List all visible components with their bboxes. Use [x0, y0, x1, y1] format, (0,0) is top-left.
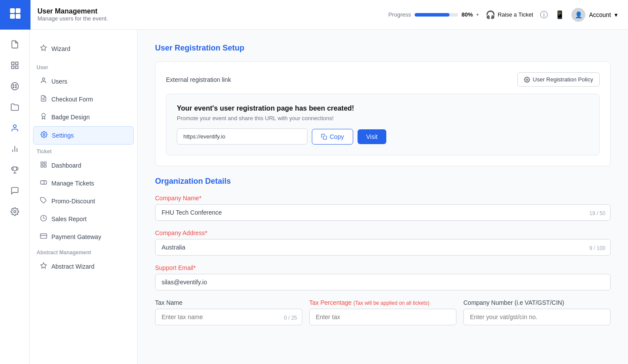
checkout-form-label: Checkout Form: [51, 96, 93, 103]
tax-name-count: 0 / 25: [284, 315, 297, 321]
sidebar-item-abstract-wizard[interactable]: Abstract Wizard: [33, 258, 134, 275]
logo[interactable]: [0, 0, 30, 30]
visit-button[interactable]: Visit: [358, 129, 386, 144]
mobile-icon[interactable]: 📱: [555, 10, 564, 20]
logo-icon: [9, 7, 21, 22]
company-number-input[interactable]: [463, 309, 611, 325]
page-title: User Registration Setup: [155, 44, 611, 53]
sidebar-item-promo-discount[interactable]: Promo-Discount: [33, 192, 134, 210]
ticket-section-label: Ticket: [30, 145, 137, 156]
sidebar-icon-trophy[interactable]: [5, 160, 24, 179]
headphones-icon: 🎧: [486, 10, 495, 20]
svg-rect-25: [41, 162, 43, 164]
svg-rect-2: [10, 14, 15, 19]
payment-gateway-icon: [40, 233, 47, 241]
promo-label: Promo-Discount: [51, 198, 95, 205]
dashboard-icon: [40, 161, 47, 170]
tax-name-input[interactable]: [155, 309, 302, 325]
account-button[interactable]: 👤 Account ▾: [571, 8, 618, 22]
sidebar-icon-user[interactable]: [5, 118, 24, 138]
wizard-icon: [40, 44, 47, 53]
copy-label: Copy: [330, 133, 344, 140]
company-name-input[interactable]: [155, 204, 611, 221]
users-icon: [40, 77, 47, 86]
app-subtitle: Manage users for the event.: [37, 15, 388, 22]
manage-tickets-label: Manage Tickets: [51, 180, 94, 187]
sidebar-item-payment-gateway[interactable]: Payment Gateway: [33, 228, 134, 246]
sidebar-item-manage-tickets[interactable]: Manage Tickets: [33, 175, 134, 192]
sidebar-icon-folder[interactable]: [5, 98, 24, 117]
support-email-group: Support Email*: [155, 264, 611, 290]
svg-rect-33: [41, 234, 47, 239]
app-title: User Management: [37, 7, 388, 15]
company-name-wrap: 19 / 50: [155, 204, 611, 221]
support-email-input[interactable]: [155, 274, 611, 290]
sidebar-item-settings[interactable]: Settings: [33, 126, 134, 145]
badge-icon: [40, 113, 47, 121]
tax-percentage-col: Tax Percentage (Tax will be applied on a…: [309, 299, 456, 325]
info-icon[interactable]: ⓘ: [540, 10, 548, 20]
avatar: 👤: [571, 8, 585, 22]
org-details-section: Organization Details Company Name* 19 / …: [155, 177, 611, 325]
sidebar-item-dashboard[interactable]: Dashboard: [33, 157, 134, 174]
svg-point-9: [13, 84, 14, 86]
registration-card-title: Your event's user registration page has …: [177, 104, 589, 112]
sidebar-icon-palette[interactable]: [5, 77, 24, 96]
company-address-wrap: 9 / 100: [155, 239, 611, 256]
user-section-label: User: [30, 61, 137, 72]
sidebar-item-sales-report[interactable]: Sales Report: [33, 210, 134, 228]
checkout-form-icon: [40, 95, 47, 104]
tax-percentage-label: Tax Percentage (Tax will be applied on a…: [309, 299, 456, 306]
copy-icon: [321, 134, 327, 140]
sidebar-item-badge-design[interactable]: Badge Design: [33, 108, 134, 126]
registration-link-card: External registration link User Registra…: [155, 61, 611, 166]
settings-nav-label: Settings: [52, 132, 74, 139]
sales-report-label: Sales Report: [51, 216, 87, 222]
tax-percentage-input[interactable]: [309, 309, 456, 325]
promo-icon: [40, 197, 47, 206]
sidebar-icon-chat[interactable]: [5, 181, 24, 200]
svg-rect-37: [323, 136, 327, 139]
sidebar-icon-settings[interactable]: [5, 202, 24, 221]
svg-rect-0: [10, 8, 15, 13]
svg-marker-19: [41, 45, 46, 51]
tax-row: Tax Name 0 / 25 Tax Percentage (Tax will…: [155, 299, 611, 325]
raise-ticket-button[interactable]: 🎧 Raise a Ticket: [486, 10, 533, 20]
svg-rect-26: [44, 162, 46, 164]
company-name-count: 19 / 50: [589, 210, 605, 216]
svg-marker-35: [41, 263, 46, 268]
company-name-group: Company Name* 19 / 50: [155, 195, 611, 221]
svg-point-12: [15, 87, 17, 88]
tax-name-col: Tax Name 0 / 25: [155, 299, 302, 325]
company-address-input[interactable]: [155, 239, 611, 256]
account-caret: ▾: [614, 11, 618, 18]
tax-name-wrap: 0 / 25: [155, 309, 302, 325]
svg-point-13: [13, 125, 16, 128]
tax-name-label: Tax Name: [155, 299, 302, 306]
user-registration-policy-button[interactable]: User Registration Policy: [517, 72, 600, 87]
registration-info-card: Your event's user registration page has …: [166, 94, 600, 155]
company-address-group: Company Address* 9 / 100: [155, 229, 611, 256]
progress-bar: [415, 13, 458, 17]
copy-button[interactable]: Copy: [312, 129, 353, 145]
svg-point-11: [13, 87, 14, 88]
url-input[interactable]: [177, 128, 307, 145]
company-name-label: Company Name*: [155, 195, 611, 202]
icon-sidebar: [0, 30, 30, 364]
company-number-col: Company Number (i.e VAT/GST/CIN): [463, 299, 611, 325]
svg-rect-29: [41, 181, 46, 184]
abstract-wizard-label: Abstract Wizard: [51, 263, 95, 270]
sidebar-item-wizard[interactable]: Wizard: [33, 40, 134, 57]
svg-rect-27: [41, 165, 43, 167]
progress-caret[interactable]: ▾: [476, 12, 479, 17]
sidebar-icon-file[interactable]: [5, 35, 24, 54]
card-header-row: External registration link User Registra…: [166, 72, 600, 87]
sidebar-icon-chart[interactable]: [5, 139, 24, 158]
sidebar-icon-grid[interactable]: [5, 56, 24, 75]
sidebar-item-checkout-form[interactable]: Checkout Form: [33, 91, 134, 108]
company-number-label: Company Number (i.e VAT/GST/CIN): [463, 299, 611, 306]
sidebar-item-users[interactable]: Users: [33, 73, 134, 90]
topbar-right: Progress 80% ▾ 🎧 Raise a Ticket ⓘ 📱 👤 Ac…: [388, 8, 618, 22]
svg-point-23: [42, 113, 45, 117]
svg-rect-5: [15, 62, 18, 65]
